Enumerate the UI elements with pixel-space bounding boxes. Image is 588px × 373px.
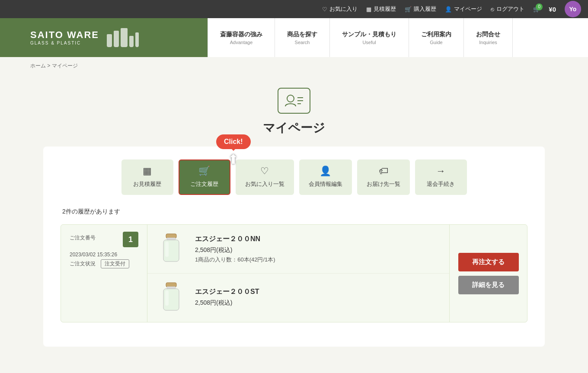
mypage-label: マイページ — [454, 5, 482, 13]
product-name-2: エスジェー２００ST — [195, 287, 441, 296]
purchase-link[interactable]: 🛒 購入履歴 — [405, 5, 436, 13]
nav-sample[interactable]: サンプル・見積もり Useful — [330, 18, 409, 57]
nav-inquiries[interactable]: お問合せ Inquiries — [464, 18, 513, 57]
nav-inquiries-sub: Inquiries — [479, 40, 497, 45]
order-products-col: エスジェー２００NN 2,508円(税込) 1商品の入り数：60本(42円/1本… — [147, 225, 449, 322]
product-name-1: エスジェー２００NN — [195, 235, 441, 244]
product-qty-1: 1商品の入り数：60本(42円/1本) — [195, 256, 441, 264]
user-avatar[interactable]: Yo — [565, 1, 581, 17]
nav-search-sub: Search — [295, 40, 310, 45]
reorder-button[interactable]: 再注文する — [458, 253, 519, 271]
estimate-link[interactable]: ▦ 見積履歴 — [366, 5, 396, 13]
nav-advantage-sub: Advantage — [230, 40, 253, 45]
breadcrumb-home[interactable]: ホーム — [30, 63, 46, 69]
order-status-label: ご注文状況 — [70, 261, 96, 267]
tab-member-label: 会員情報編集 — [309, 180, 342, 188]
order-count-text: 2件の履歴があります — [61, 208, 527, 216]
tab-delivery-label: お届け先一覧 — [367, 180, 400, 188]
svg-rect-8 — [166, 283, 176, 287]
breadcrumb-current: マイページ — [52, 63, 78, 69]
main-nav: 斎藤容器の強み Advantage 商品を探す Search サンプル・見積もり… — [208, 18, 588, 57]
person-tab-icon: 👤 — [320, 166, 331, 177]
svg-rect-9 — [167, 287, 176, 289]
order-status-row: ご注文状況 注文受付 — [70, 259, 138, 268]
order-actions-col: 再注文する 詳細を見る — [449, 225, 527, 322]
page-header: マイページ — [43, 75, 545, 147]
nav-guide-sub: Guide — [430, 40, 442, 45]
favorites-label: お気に入り — [329, 5, 358, 13]
tab-bar: ▦ お見積履歴 🛒 ご注文履歴 ♡ お気に入り一覧 👤 会員情報編集 🏷 — [61, 159, 527, 195]
heart-icon: ♡ — [322, 6, 327, 13]
tab-member-edit[interactable]: 👤 会員情報編集 — [299, 159, 352, 195]
estimate-tab-icon: ▦ — [143, 166, 152, 177]
logo-area: SAITO WARE GLASS & PLASTIC — [0, 18, 208, 57]
product-price-1: 2,508円(税込) — [195, 246, 441, 254]
cart-link[interactable]: 🛒 0 — [533, 6, 540, 13]
svg-rect-7 — [165, 242, 169, 257]
nav-guide-main: ご利用案内 — [421, 31, 451, 38]
order-status-badge: 注文受付 — [101, 259, 129, 268]
logo-bottles-decoration — [107, 28, 139, 47]
breadcrumb-separator: > — [47, 63, 51, 69]
estimate-label: 見積履歴 — [374, 5, 396, 13]
tab-estimate-label: お見積履歴 — [133, 180, 161, 188]
estimate-icon: ▦ — [366, 6, 371, 13]
tab-order-label: ご注文履歴 — [190, 180, 218, 188]
logo[interactable]: SAITO WARE GLASS & PLASTIC — [30, 29, 99, 46]
product-price-2: 2,508円(税込) — [195, 299, 441, 307]
favorites-link[interactable]: ♡ お気に入り — [322, 5, 358, 13]
svg-point-0 — [287, 95, 294, 102]
tab-section: Click! ⬆ ▦ お見積履歴 🛒 ご注文履歴 ♡ お気に入り一覧 — [61, 159, 527, 195]
mypage-icon-box — [278, 88, 310, 114]
purchase-label: 購入履歴 — [414, 5, 436, 13]
cart-tab-icon: 🛒 — [198, 166, 210, 177]
jar-svg-2 — [158, 282, 184, 314]
svg-rect-5 — [167, 238, 176, 240]
tab-withdraw[interactable]: → 退会手続き — [415, 159, 467, 195]
product-image-2 — [156, 281, 186, 315]
logout-label: ログアウト — [496, 5, 524, 13]
nav-guide[interactable]: ご利用案内 Guide — [409, 18, 464, 57]
svg-rect-11 — [165, 290, 169, 306]
nav-advantage-main: 斎藤容器の強み — [220, 31, 262, 38]
nav-sample-sub: Useful — [362, 40, 376, 45]
purchase-icon: 🛒 — [405, 6, 412, 13]
user-icon: 👤 — [445, 6, 452, 13]
mypage-link[interactable]: 👤 マイページ — [445, 5, 482, 13]
tab-delivery[interactable]: 🏷 お届け先一覧 — [357, 159, 410, 195]
logo-sub: GLASS & PLASTIC — [30, 41, 99, 46]
mypage-icon-svg — [284, 93, 304, 108]
site-header: SAITO WARE GLASS & PLASTIC 斎藤容器の強み Advan… — [0, 18, 588, 57]
nav-advantage[interactable]: 斎藤容器の強み Advantage — [208, 18, 275, 57]
cursor-arrow-icon: ⬆ — [228, 152, 239, 167]
product-image-1 — [156, 232, 186, 266]
breadcrumb: ホーム > マイページ — [0, 57, 588, 75]
order-number-row: ご注文番号 1 — [70, 233, 138, 247]
product-info-1: エスジェー２００NN 2,508円(税込) 1商品の入り数：60本(42円/1本… — [195, 235, 441, 264]
click-bubble: Click! — [216, 134, 251, 149]
nav-inquiries-main: お問合せ — [476, 31, 500, 38]
logout-icon: ⎋ — [491, 6, 494, 13]
order-number-label: ご注文番号 — [70, 235, 96, 241]
page-title: マイページ — [263, 120, 325, 136]
logo-name: SAITO WARE — [30, 29, 99, 41]
page-content: マイページ Click! ⬆ ▦ お見積履歴 🛒 ご注文履歴 — [35, 75, 553, 364]
tab-estimate-history[interactable]: ▦ お見積履歴 — [121, 159, 173, 195]
heart-tab-icon: ♡ — [260, 166, 269, 177]
logout-link[interactable]: ⎋ ログアウト — [491, 5, 524, 13]
order-info-col: ご注文番号 1 2023/03/02 15:35:26 ご注文状況 注文受付 — [61, 225, 147, 322]
top-bar: ♡ お気に入り ▦ 見積履歴 🛒 購入履歴 👤 マイページ ⎋ ログアウト 🛒 … — [0, 0, 588, 18]
click-label: Click! — [224, 138, 243, 145]
product-row-2: エスジェー２００ST 2,508円(税込) — [147, 274, 449, 322]
cart-badge: 0 — [536, 3, 543, 10]
order-number-badge: 1 — [123, 232, 138, 247]
product-info-2: エスジェー２００ST 2,508円(税込) — [195, 287, 441, 309]
tab-withdraw-label: 退会手続き — [427, 180, 455, 188]
click-callout: Click! ⬆ — [216, 134, 251, 167]
nav-search[interactable]: 商品を探す Search — [275, 18, 330, 57]
tab-favorites-label: お気に入り一覧 — [245, 180, 284, 188]
nav-sample-main: サンプル・見積もり — [342, 31, 396, 38]
detail-button[interactable]: 詳細を見る — [458, 276, 519, 294]
product-row-1: エスジェー２００NN 2,508円(税込) 1商品の入り数：60本(42円/1本… — [147, 225, 449, 274]
main-card: Click! ⬆ ▦ お見積履歴 🛒 ご注文履歴 ♡ お気に入り一覧 — [43, 147, 545, 347]
